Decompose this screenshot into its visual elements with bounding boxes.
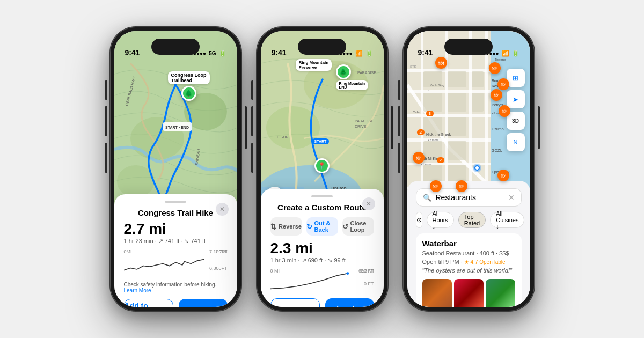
filter-icon-3[interactable]: ⊙ [416, 212, 422, 228]
chart-y-min-2: 0 FT [364, 281, 374, 286]
directions-button-2[interactable]: Directions [325, 298, 374, 307]
restaurant-hours-text-1: Open till 9 PM [422, 259, 459, 265]
filter-row-3: ⊙ All Hours ↓ Top Rated All Cuisines ↓ [416, 212, 522, 228]
close-button-1[interactable]: ✕ [216, 203, 229, 216]
custom-route-title: Create a Custom Route [270, 203, 374, 212]
learn-more-1[interactable]: Learn More [124, 288, 151, 293]
preserve-label-2: Ring MountainPreserve [296, 59, 332, 71]
sheet-handle-1 [165, 201, 186, 203]
out-back-label: Out & Back [314, 220, 338, 233]
svg-text:PARADISE: PARADISE [355, 119, 374, 123]
close-loop-label: Close Loop [350, 220, 374, 233]
restaurant-pin-8: 🍽 [430, 180, 442, 192]
close-button-2[interactable]: ✕ [362, 197, 375, 210]
time-3: 9:41 [418, 48, 433, 57]
phone-3: 9:41 ●●●● 📶 🔋 [403, 27, 535, 311]
restaurant-distance-1: 400 ft [480, 250, 495, 256]
bottom-sheet-1: ✕ Congress Trail Hike 2.7 mi 1 hr 23 min… [114, 194, 237, 307]
svg-text:STK: STK [410, 65, 416, 68]
svg-text:Cafe: Cafe [413, 111, 420, 114]
bottom-sheet-3: 🔍 Restaurants ✕ ⊙ All Hours ↓ Top Rated … [407, 181, 530, 307]
restaurant-info-1: Seafood Restaurant · 400 ft · $$$ [422, 250, 515, 256]
battery-icon-2: 🔋 [365, 50, 373, 57]
start-pin-1: 🌲 [181, 86, 196, 101]
restaurant-quote-1: "The oysters are out of this world!" [422, 267, 515, 274]
svg-text:DRIVE: DRIVE [355, 124, 367, 128]
battery-icon-3: 🔋 [512, 50, 519, 57]
svg-text:Yank Sing: Yank Sing [430, 84, 444, 87]
out-back-option[interactable]: ↻ Out & Back [306, 217, 338, 236]
route-options: ⇅ Reverse ↻ Out & Back ↺ Close Loop [270, 217, 374, 236]
reverse-option[interactable]: ⇅ Reverse [270, 217, 302, 236]
compass-button[interactable]: N [507, 133, 525, 151]
destination-pin-2: 📍 [314, 158, 330, 173]
restaurant-photo-3 [486, 279, 515, 307]
search-clear-3[interactable]: ✕ [508, 193, 515, 202]
search-text-3: Restaurants [436, 193, 504, 202]
dynamic-island-2 [298, 39, 346, 55]
safety-text-1: Check safety information before hiking. … [124, 282, 228, 293]
time-1: 9:41 [125, 48, 140, 57]
restaurant-hours-1: Open till 9 PM · ★ 4.7 OpenTable [422, 259, 515, 265]
save-button-2[interactable]: Save [270, 298, 320, 307]
restaurant-photos-1 [422, 279, 515, 307]
restaurant-photo-2 [454, 279, 484, 307]
count-badge-3: 2 [437, 157, 444, 163]
svg-rect-42 [448, 141, 466, 160]
network-1: 5G [209, 50, 216, 56]
reverse-label: Reverse [279, 223, 302, 230]
chart-y-min-1: 6,800FT [209, 266, 228, 271]
restaurant-card-1[interactable]: Waterbar Seafood Restaurant · 400 ft · $… [416, 233, 522, 307]
restaurant-photo-1 [422, 279, 452, 307]
search-icon-3: 🔍 [423, 194, 431, 202]
trail-label-1: Congress LoopTrailhead [168, 71, 210, 84]
elevation-chart-1: 7,100FT 6,800FT 0MI 2.7MI [124, 249, 228, 278]
elevation-chart-2: 600 FT 0 FT 0 MI 2.2 MI [270, 268, 374, 294]
phone-2: 9:41 ●●●● 📶 🔋 [257, 27, 388, 311]
hours-filter[interactable]: All Hours ↓ [427, 212, 454, 228]
cuisine-filter[interactable]: All Cuisines ↓ [490, 212, 524, 228]
stats-2: 1 hr 3 min · ↗ 690 ft · ↘ 99 ft [270, 257, 374, 264]
svg-text:Nick the Greek: Nick the Greek [426, 133, 451, 136]
svg-rect-43 [472, 71, 484, 87]
rating-label: Top Rated [464, 214, 480, 226]
restaurant-pin-2: 🍽 [489, 62, 501, 74]
chart-y-max-1: 7,100FT [209, 249, 228, 254]
svg-rect-44 [472, 93, 484, 112]
trail-name-1: Congress Trail Hike [124, 208, 228, 217]
distance-1: 2.7 mi [124, 222, 228, 237]
svg-rect-39 [448, 71, 466, 87]
dynamic-island-1 [151, 39, 200, 55]
restaurant-pin-7: 🍽 [497, 170, 509, 181]
count-badge-2: 2 [417, 129, 425, 135]
restaurant-pin-5: 🍽 [499, 105, 510, 117]
restaurant-pin-9: 🍽 [456, 180, 467, 192]
restaurant-rating-1: ★ 4.7 OpenTable [464, 259, 506, 265]
svg-rect-25 [407, 90, 491, 93]
svg-text:GOZU: GOZU [492, 149, 502, 152]
wifi-icon-3: 📶 [502, 50, 509, 57]
ring-mountain-pin: 🌲 [336, 64, 351, 79]
close-loop-option[interactable]: ↺ Close Loop [342, 217, 374, 236]
restaurant-name-1: Waterbar [422, 239, 515, 248]
svg-rect-40 [448, 93, 466, 112]
stats-1: 1 hr 23 min · ↗ 741 ft · ↘ 741 ft [124, 238, 228, 245]
svg-text:EL AIRE: EL AIRE [277, 135, 291, 139]
add-to-library-button-1[interactable]: Add to Library [124, 299, 174, 307]
restaurant-pin-4: 🍽 [491, 89, 502, 101]
bottom-sheet-2: ✕ Create a Custom Route ⇅ Reverse ↻ Out … [261, 189, 384, 307]
svg-text:START • END: START • END [165, 126, 189, 129]
restaurant-pin-6: 🍽 [413, 152, 425, 164]
sheet-handle-2 [311, 195, 333, 197]
action-buttons-1: Add to Library Directions [124, 299, 228, 307]
phone-1: 9:41 ●●●● 5G 🔋 [110, 27, 241, 311]
action-buttons-2: Save Directions [270, 298, 374, 307]
directions-button-1[interactable]: Directions [179, 299, 228, 307]
map-type-button[interactable]: ⊞ [507, 69, 525, 87]
svg-text:+2 more: +2 more [428, 138, 438, 142]
svg-point-69 [475, 166, 479, 170]
hours-label: All Hours ↓ [433, 210, 448, 230]
rating-filter[interactable]: Top Rated [458, 212, 486, 228]
chart-y-max-2: 600 FT [358, 268, 374, 274]
restaurant-pin-3: 🍽 [497, 78, 509, 90]
